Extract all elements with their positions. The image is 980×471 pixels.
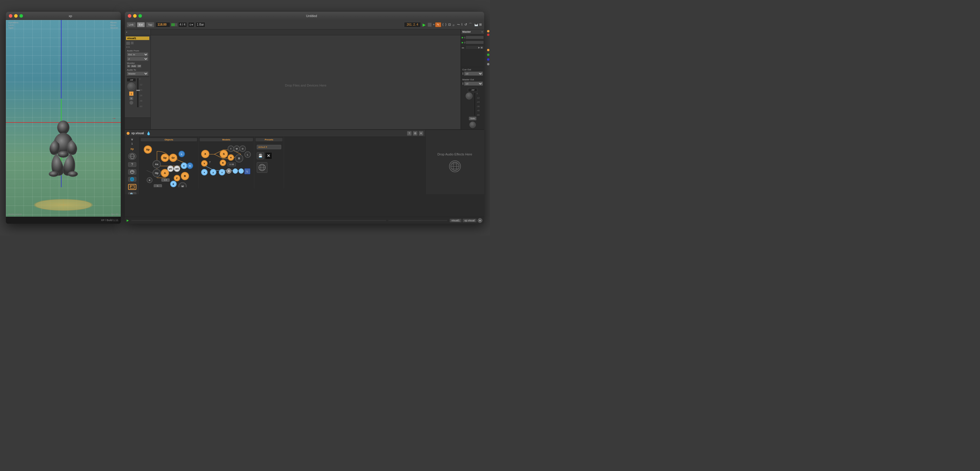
xp-close-btn[interactable] — [9, 14, 13, 18]
wf1-node[interactable]: wf1 — [167, 165, 174, 172]
b-model-node[interactable]: B — [235, 154, 243, 162]
ax-node[interactable]: Ax — [153, 160, 161, 169]
ext-button[interactable]: Ext — [137, 22, 145, 27]
f-model-node[interactable]: f — [228, 145, 234, 152]
add-track-btn[interactable]: + — [433, 23, 434, 26]
h-model-node[interactable]: H — [228, 154, 234, 161]
track-small-btn2[interactable] — [128, 46, 130, 48]
monitor-auto-btn[interactable]: Auto — [131, 64, 137, 68]
xp-node[interactable]: Xp — [144, 145, 152, 154]
y-node[interactable]: Y — [201, 160, 208, 167]
e-node[interactable]: E — [170, 181, 177, 187]
image-btn[interactable] — [128, 184, 136, 190]
link-button[interactable]: Link — [127, 22, 136, 27]
marker-btn[interactable]: ⌒ — [468, 22, 473, 27]
o-model-node[interactable]: O — [239, 145, 246, 152]
track-fold-btn[interactable]: ▾ — [125, 29, 151, 35]
status-play-btn[interactable]: ▶ — [127, 219, 129, 222]
w-model-node[interactable]: W — [234, 145, 240, 152]
stop-button[interactable] — [428, 23, 432, 27]
monitor-in-btn[interactable]: In — [127, 64, 130, 68]
x-node[interactable]: X — [201, 150, 209, 158]
audio-from-sub-select[interactable]: 2 — [127, 57, 148, 61]
search-btn[interactable]: 🔍 — [128, 192, 136, 194]
ableton-close-btn[interactable] — [128, 14, 131, 18]
cube-btn[interactable] — [128, 169, 136, 175]
forward-btn[interactable]: ⟩ — [445, 23, 447, 27]
xp-maximize-btn[interactable] — [19, 14, 23, 18]
cue-out-select[interactable]: 1/2 — [464, 72, 483, 76]
ableton-minimize-btn[interactable] — [133, 14, 137, 18]
bpm-display[interactable]: 118.00 — [156, 22, 170, 27]
solo-btn[interactable]: S — [129, 97, 134, 100]
question-btn[interactable]: ? — [128, 162, 136, 167]
monitor-off-btn[interactable]: Off — [137, 64, 142, 68]
track2-play: ▶ — [462, 41, 463, 44]
status-visual1[interactable]: visual1 — [450, 219, 461, 222]
hp-node[interactable]: Hp — [153, 169, 161, 177]
y2-node[interactable]: y — [210, 169, 216, 175]
track3-play-btn[interactable]: ▶ — [478, 46, 480, 49]
volume-knob[interactable] — [127, 83, 135, 91]
audio-from-select[interactable]: Ext. In — [127, 53, 148, 57]
back-btn[interactable]: ⟨ — [442, 23, 444, 27]
settings-icon[interactable]: ⚙ — [413, 131, 418, 136]
l-node[interactable]: L — [178, 151, 185, 157]
piano-icon[interactable]: 🎹 — [474, 23, 478, 26]
time-sig-display[interactable]: 4 / 4 — [178, 22, 187, 27]
master-solo-btn[interactable]: Solo — [469, 116, 476, 120]
search-icon[interactable]: ⌕ — [452, 23, 455, 27]
b-node[interactable]: B — [181, 172, 189, 180]
ableton-maximize-btn[interactable] — [138, 14, 142, 18]
play-button[interactable]: ▶ — [422, 22, 426, 27]
status-help-btn[interactable]: ▲ — [477, 218, 482, 223]
z2-node[interactable]: z — [219, 169, 225, 175]
ableton-titlebar: Untitled — [125, 12, 484, 20]
gr-node[interactable]: Gr — [169, 154, 177, 162]
audio-to-select[interactable]: Master — [127, 72, 148, 76]
master-menu-btn[interactable]: ≡ — [482, 30, 483, 33]
r-node[interactable]: R — [146, 177, 153, 183]
s-model-node[interactable]: S — [220, 150, 228, 158]
loop-length[interactable]: 1 Bar — [196, 22, 205, 27]
info-icon[interactable]: ? — [407, 131, 412, 136]
wave-btn[interactable]: 〜 — [457, 23, 460, 27]
v-fader-left[interactable] — [137, 78, 139, 107]
master-volume-knob[interactable] — [466, 92, 473, 100]
track-rect-btn[interactable] — [131, 41, 134, 45]
l3-node[interactable]: L — [244, 169, 250, 174]
close-icon[interactable]: ✕ — [419, 131, 423, 136]
position-display[interactable]: 261. 2. 4 — [404, 22, 421, 27]
track-mute-btn[interactable] — [126, 41, 130, 45]
r-model-node[interactable]: R — [220, 159, 226, 166]
wf2-node[interactable]: wf2 — [174, 165, 180, 172]
close-x-btn[interactable]: ✕ — [265, 152, 272, 159]
l-model-node[interactable]: L — [244, 151, 251, 158]
x2-node[interactable]: x — [201, 169, 208, 175]
track-name-input[interactable] — [126, 37, 149, 40]
master-out-select[interactable]: 1/2 — [464, 81, 483, 86]
status-xpvisual[interactable]: xp.visual — [463, 219, 476, 222]
track-small-btn[interactable] — [126, 46, 128, 48]
preset-dropdown[interactable]: default ▾ — [257, 145, 281, 149]
f-node[interactable]: F — [174, 175, 180, 181]
pencil-mode-btn[interactable]: ✎ — [435, 22, 441, 27]
xp-minimize-btn[interactable] — [14, 14, 18, 18]
loop-btn[interactable]: ↺ — [464, 23, 468, 27]
save-icon[interactable]: 💾 — [257, 152, 264, 159]
rec-btn[interactable]: ⌇ — [461, 23, 463, 27]
grid-btn[interactable]: ⊞ — [479, 23, 482, 27]
track3-stop-btn[interactable]: ▣ — [480, 46, 483, 49]
sp-node[interactable]: Sp — [161, 154, 169, 162]
master-track-1: ▶ 1 — [462, 35, 484, 40]
c-node[interactable]: C — [181, 162, 187, 169]
track-num-btn[interactable]: 1 — [129, 91, 134, 96]
globe-btn[interactable]: 🌐 — [128, 177, 136, 181]
zoom-btn[interactable]: ⊡ — [448, 23, 452, 27]
globe-preset-icon[interactable] — [257, 162, 267, 173]
xp-sphere-btn[interactable] — [128, 153, 136, 160]
master-pan-knob[interactable] — [469, 122, 476, 128]
tap-button[interactable]: Tap — [146, 22, 154, 27]
arm-btn[interactable] — [129, 101, 134, 105]
s-node[interactable]: S — [187, 162, 193, 169]
